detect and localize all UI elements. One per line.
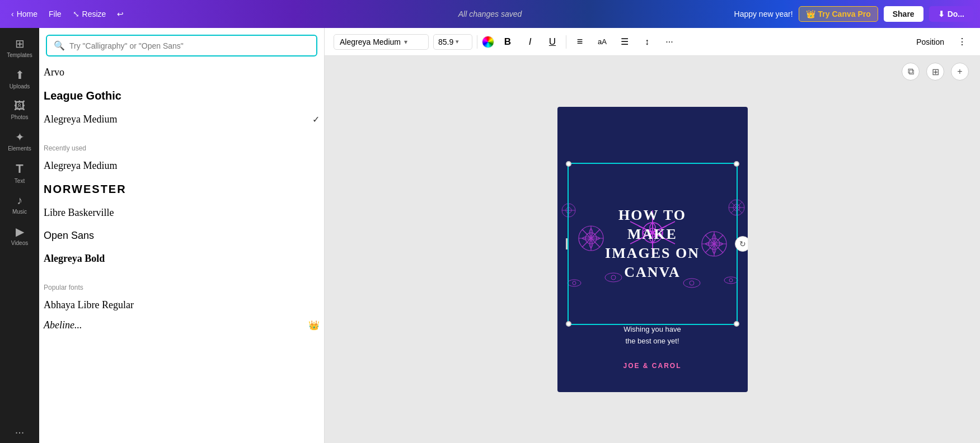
sidebar: ⊞ Templates ⬆ Uploads 🖼 Photos ✦ Element… <box>0 28 39 443</box>
font-item-norwester[interactable]: NORWESTER <box>39 177 324 201</box>
font-name-league-gothic: League Gothic <box>44 89 121 102</box>
bold-button[interactable]: B <box>499 33 517 51</box>
videos-icon: ▶ <box>16 225 24 238</box>
sidebar-item-elements[interactable]: ✦ Elements <box>2 126 37 156</box>
corner-handle-tr[interactable] <box>734 161 739 167</box>
file-label: File <box>49 10 62 18</box>
copy-button[interactable]: ⊞ <box>926 63 944 81</box>
more-toolbar-button[interactable]: ⋮ <box>953 33 971 51</box>
add-button[interactable]: + <box>951 63 969 81</box>
share-label: Share <box>893 10 915 18</box>
list-button[interactable]: ☰ <box>616 33 634 51</box>
underline-button[interactable]: U <box>543 33 561 51</box>
design-card[interactable]: ↻ HOW TO MAKE IMAGES ON CANVA Wishing yo… <box>557 107 748 392</box>
promo-text: Happy new year! <box>734 10 793 18</box>
crown-pro-icon: 👑 <box>308 320 320 331</box>
font-list: Arvo League Gothic Alegreya Medium ✓ Rec… <box>39 61 324 443</box>
try-pro-button[interactable]: 👑 Try Canva Pro <box>799 6 878 22</box>
list-icon: ☰ <box>621 36 629 47</box>
back-arrow-icon: ‹ <box>11 10 14 18</box>
crown-icon: 👑 <box>806 10 815 18</box>
more-options-button[interactable]: ··· <box>660 33 678 51</box>
sidebar-item-label: Uploads <box>10 83 30 89</box>
try-pro-label: Try Canva Pro <box>818 10 871 18</box>
canvas-top-controls: ⧉ ⊞ + <box>902 63 969 81</box>
font-item-open-sans[interactable]: Open Sans <box>39 224 324 247</box>
music-icon: ♪ <box>17 194 22 207</box>
resize-button[interactable]: ⤡ Resize <box>68 7 111 21</box>
duplicate-icon: ⊞ <box>932 67 939 77</box>
font-size-value: 85.9 <box>438 37 453 46</box>
home-label: Home <box>17 10 37 18</box>
download-icon: ⬇ <box>938 10 945 18</box>
font-item-league-gothic[interactable]: League Gothic <box>39 84 324 108</box>
font-item-arvo[interactable]: Arvo <box>39 61 324 84</box>
sidebar-item-label: Photos <box>11 114 28 120</box>
undo-button[interactable]: ↩ <box>112 7 128 21</box>
font-item-recent-alegreya-medium[interactable]: Alegreya Medium <box>39 154 324 177</box>
canvas-area: ⧉ ⊞ + <box>325 56 980 443</box>
align-icon: ≡ <box>577 36 583 48</box>
resize-label: Resize <box>82 10 106 18</box>
case-button[interactable]: aA <box>593 33 611 51</box>
more-icon: ··· <box>665 37 673 47</box>
title-line1: HOW TO <box>605 206 700 225</box>
spacing-icon: ↕ <box>645 37 649 47</box>
line-spacing-button[interactable]: ↕ <box>638 33 656 51</box>
toolbar: Alegreya Medium ▾ 85.9 ▾ B I U ≡ <box>325 28 980 56</box>
text-color-picker[interactable] <box>482 36 494 48</box>
font-search-container: 🔍 <box>39 28 324 61</box>
chevron-down-icon: ▾ <box>456 38 459 45</box>
sidebar-item-music[interactable]: ♪ Music <box>2 190 37 219</box>
font-name-open-sans: Open Sans <box>44 230 94 242</box>
case-label: aA <box>598 37 607 46</box>
resize-icon: ⤡ <box>73 10 79 18</box>
font-name-abhaya: Abhaya Libre Regular <box>44 299 134 311</box>
sidebar-item-label: Elements <box>8 145 31 152</box>
font-item-partial[interactable]: Abeline... 👑 <box>39 317 324 333</box>
download-button[interactable]: ⬇ Do... <box>929 6 973 22</box>
title-line4: CANVA <box>605 263 700 282</box>
font-selector[interactable]: Alegreya Medium ▾ <box>334 34 429 50</box>
sidebar-item-photos[interactable]: 🖼 Photos <box>2 95 37 125</box>
duplicate-button[interactable]: ⧉ <box>902 63 920 81</box>
sidebar-item-videos[interactable]: ▶ Videos <box>2 220 37 251</box>
file-button[interactable]: File <box>44 7 66 21</box>
italic-button[interactable]: I <box>521 33 539 51</box>
toolbar-divider <box>477 35 477 49</box>
text-selection-box[interactable]: ↻ HOW TO MAKE IMAGES ON CANVA <box>568 163 738 325</box>
font-item-alegreya-bold[interactable]: Alegreya Bold <box>39 247 324 270</box>
position-label: Position <box>916 37 944 46</box>
position-button[interactable]: Position <box>912 35 949 49</box>
download-label: Do... <box>948 10 964 18</box>
sidebar-item-templates[interactable]: ⊞ Templates <box>2 32 37 63</box>
font-item-libre[interactable]: Libre Baskerville <box>39 201 324 224</box>
sub-text-line1: Wishing you have <box>557 324 748 336</box>
font-item-abhaya[interactable]: Abhaya Libre Regular <box>39 294 324 317</box>
toolbar-divider-2 <box>566 35 566 49</box>
sidebar-item-uploads[interactable]: ⬆ Uploads <box>2 64 37 94</box>
font-item-alegreya-medium-selected[interactable]: Alegreya Medium ✓ <box>39 108 324 131</box>
sidebar-item-more[interactable]: ··· <box>2 421 37 443</box>
font-name-arvo: Arvo <box>44 67 64 78</box>
recently-used-label: Recently used <box>39 138 324 154</box>
search-icon: 🔍 <box>54 40 65 51</box>
font-name-alegreya-bold: Alegreya Bold <box>44 253 105 265</box>
font-size-control[interactable]: 85.9 ▾ <box>433 34 472 50</box>
plus-icon: + <box>957 67 962 77</box>
sidebar-item-label: Videos <box>11 240 28 246</box>
rotate-handle[interactable]: ↻ <box>735 236 748 252</box>
home-button[interactable]: ‹ Home <box>7 7 42 21</box>
font-selector-name: Alegreya Medium <box>340 37 401 46</box>
popular-fonts-label: Popular fonts <box>39 277 324 294</box>
corner-handle-tl[interactable] <box>566 161 571 167</box>
sidebar-item-text[interactable]: T Text <box>2 157 37 188</box>
share-button[interactable]: Share <box>884 6 923 22</box>
elements-icon: ✦ <box>15 130 25 144</box>
align-button[interactable]: ≡ <box>571 33 589 51</box>
photos-icon: 🖼 <box>14 100 25 112</box>
mid-handle-left[interactable] <box>566 238 568 249</box>
font-name-partial: Abeline... <box>44 319 82 331</box>
font-search-input[interactable] <box>69 41 310 50</box>
font-name-norwester: NORWESTER <box>44 183 126 196</box>
